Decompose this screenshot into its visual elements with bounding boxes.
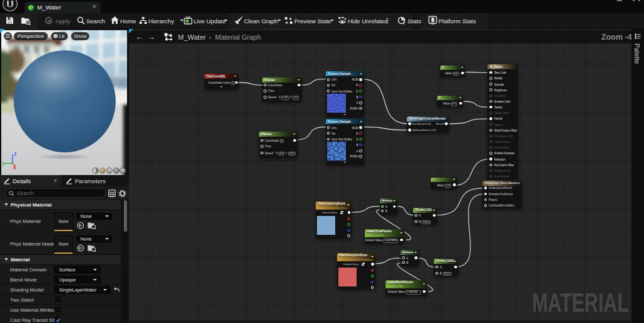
svg-text:X: X: [13, 166, 16, 170]
svg-text:Y: Y: [2, 162, 5, 166]
svg-text:i: i: [403, 21, 404, 25]
svg-text:Z: Z: [14, 152, 17, 156]
